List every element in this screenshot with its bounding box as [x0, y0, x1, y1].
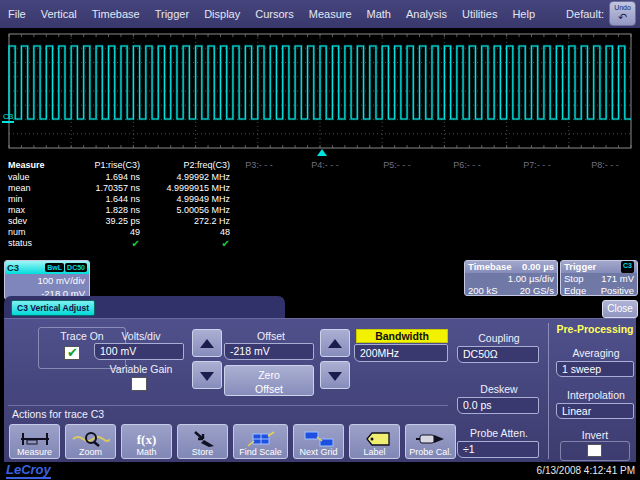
variable-gain-checkbox[interactable] — [131, 377, 147, 391]
store-action-button[interactable]: Store — [177, 424, 228, 459]
zero-offset-line2: Offset — [225, 382, 313, 396]
invert-label: Invert — [560, 429, 630, 441]
menu-file[interactable]: File — [8, 8, 26, 20]
trigger-descriptor[interactable]: Trigger C3 Stop 171 mV Edge Positive — [560, 260, 638, 296]
p1-header[interactable]: P1:rise(C3) — [94, 160, 140, 170]
bwl-badge: BwL — [45, 263, 64, 272]
timebase-sampling-row: 200 kS 20 GS/s — [465, 285, 557, 296]
c3-descriptor-header: C3 BwL DC50 — [5, 261, 89, 274]
menu-measure[interactable]: Measure — [309, 8, 352, 20]
trigger-level: 171 mV — [601, 273, 634, 285]
coupling-label: Coupling — [459, 332, 539, 344]
bandwidth-label: Bandwidth — [356, 329, 448, 343]
undo-label: Undo — [614, 4, 631, 11]
p2-min: 4.99949 MHz — [176, 194, 230, 204]
volts-div-field[interactable]: 100 mV — [94, 343, 184, 360]
channel-c3-marker[interactable]: C3 — [2, 112, 14, 123]
menu-cursors[interactable]: Cursors — [255, 8, 294, 20]
variable-gain-label: Variable Gain — [96, 363, 186, 375]
p1-mean: 1.70357 ns — [95, 183, 140, 193]
zero-offset-line1: Zero — [225, 368, 313, 382]
timebase-samplerate: 20 GS/s — [520, 285, 554, 296]
p1-value: 1.694 ns — [105, 172, 140, 182]
p2-max: 5.00056 MHz — [176, 205, 230, 215]
row-label-num: num — [8, 227, 68, 237]
offset-increase-button[interactable] — [320, 329, 350, 357]
preprocessing-title: Pre-Processing — [552, 323, 638, 335]
zero-offset-button[interactable]: Zero Offset — [224, 365, 314, 396]
interpolation-field[interactable]: Linear — [556, 403, 634, 419]
offset-field[interactable]: -218 mV — [224, 343, 314, 360]
measure-table: Measure value mean min max sdev num stat… — [0, 158, 640, 258]
p2-sdev: 272.2 Hz — [194, 216, 230, 226]
trigger-slope: Positive — [601, 285, 634, 296]
label-action-button[interactable]: Label — [349, 424, 400, 459]
menu-bar: File Vertical Timebase Trigger Display C… — [0, 0, 640, 28]
volts-div-decrease-button[interactable] — [192, 361, 222, 389]
trigger-type: Edge — [564, 285, 586, 296]
p3-header[interactable]: P3:- - - — [226, 160, 292, 170]
label-action-label: Label — [363, 447, 385, 457]
next-grid-action-button[interactable]: Next Grid — [293, 424, 344, 459]
c3-volts-per-div: 100 mV/div — [5, 274, 89, 287]
invert-checkbox[interactable] — [587, 444, 602, 457]
trace-on-checkbox[interactable] — [64, 346, 80, 360]
probe-atten-field[interactable]: ÷1 — [457, 441, 539, 458]
menu-display[interactable]: Display — [204, 8, 240, 20]
tab-c3-vertical-adjust[interactable]: C3 Vertical Adjust — [11, 300, 95, 316]
menu-utilities[interactable]: Utilities — [462, 8, 497, 20]
p6-header[interactable]: P6:- - - — [434, 160, 500, 170]
deskew-field[interactable]: 0.0 ps — [457, 397, 539, 414]
menu-vertical[interactable]: Vertical — [41, 8, 77, 20]
row-label-min: min — [8, 194, 68, 204]
trigger-position-marker[interactable] — [317, 149, 327, 156]
probe-cal-action-label: Probe Cal. — [409, 447, 452, 457]
p5-header[interactable]: P5:- - - — [364, 160, 430, 170]
timebase-descriptor[interactable]: Timebase 0.00 µs 1.00 µs/div 200 kS 20 G… — [464, 260, 558, 296]
c3-trace-descriptor[interactable]: C3 BwL DC50 100 mV/div -218.0 mV — [4, 260, 90, 300]
next-grid-icon — [303, 431, 335, 447]
menu-analysis[interactable]: Analysis — [406, 8, 447, 20]
math-action-label: Math — [136, 447, 156, 457]
p2-num: 48 — [220, 227, 230, 237]
p8-header[interactable]: P8:- - - — [572, 160, 638, 170]
find-scale-action-label: Find Scale — [239, 447, 282, 457]
timebase-scale: 1.00 µs/div — [508, 273, 554, 285]
p7-header[interactable]: P7:- - - — [504, 160, 570, 170]
probe-cal-action-button[interactable]: Probe Cal. — [405, 424, 456, 459]
dialog-tab-strip: C3 Vertical Adjust — [4, 296, 285, 318]
waveform-display: C3 — [0, 28, 640, 159]
volts-div-increase-button[interactable] — [192, 329, 222, 357]
menu-trigger[interactable]: Trigger — [155, 8, 189, 20]
p4-header[interactable]: P4:- - - — [292, 160, 358, 170]
lecroy-logo: LeCroy — [6, 463, 51, 479]
find-scale-grid-icon — [246, 431, 276, 447]
p2-header[interactable]: P2:freq(C3) — [183, 160, 230, 170]
deskew-label: Deskew — [459, 383, 539, 395]
menu-help[interactable]: Help — [512, 8, 535, 20]
timebase-samples: 200 kS — [468, 285, 498, 296]
zoom-action-button[interactable]: Zoom — [65, 424, 116, 459]
p1-min: 1.644 ns — [105, 194, 140, 204]
menu-timebase[interactable]: Timebase — [92, 8, 140, 20]
trigger-source-badge: C3 — [621, 261, 634, 273]
close-button[interactable]: Close — [602, 300, 638, 318]
p1-max: 1.828 ns — [105, 205, 140, 215]
measure-action-button[interactable]: Measure — [9, 424, 60, 459]
timebase-title: Timebase — [468, 261, 512, 273]
next-grid-action-label: Next Grid — [299, 447, 337, 457]
trigger-mode-row: Stop 171 mV — [561, 273, 637, 285]
offset-decrease-button[interactable] — [320, 361, 350, 389]
trigger-title: Trigger — [564, 261, 596, 273]
bandwidth-field[interactable]: 200MHz — [354, 344, 448, 362]
actions-divider — [8, 405, 448, 406]
math-fx-icon: f(x) — [137, 433, 157, 447]
undo-button[interactable]: Undo ↶ — [609, 1, 636, 26]
row-label-max: max — [8, 205, 68, 215]
coupling-field[interactable]: DC50Ω — [457, 346, 539, 363]
menu-math[interactable]: Math — [367, 8, 391, 20]
find-scale-action-button[interactable]: Find Scale — [233, 424, 288, 459]
probe-atten-label: Probe Atten. — [459, 427, 539, 439]
math-action-button[interactable]: f(x) Math — [121, 424, 172, 459]
averaging-field[interactable]: 1 sweep — [556, 361, 634, 377]
